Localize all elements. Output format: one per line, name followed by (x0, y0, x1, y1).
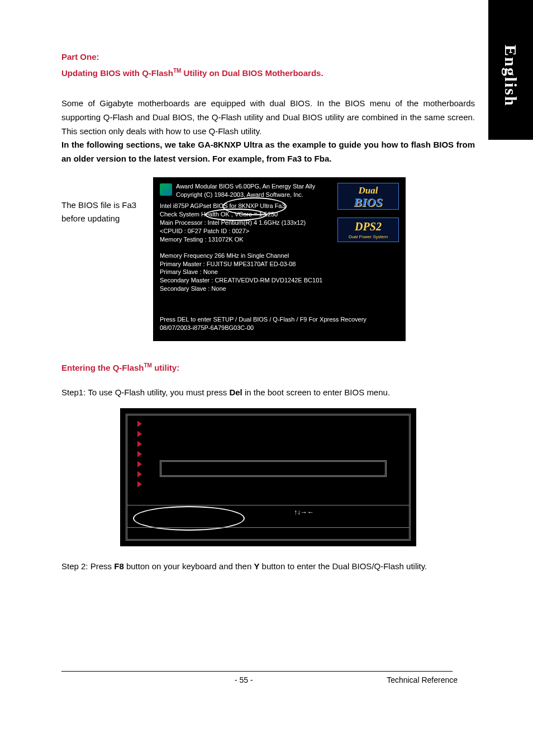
bios-line-13: Press DEL to enter SETUP / Dual BIOS / Q… (160, 315, 399, 324)
step1: Step1: To use Q-Flash utility, you must … (61, 386, 475, 399)
step2-mid: button on your keyboard and then (124, 561, 254, 571)
footer-divider (61, 671, 453, 672)
tm-symbol: TM (173, 68, 181, 74)
menu-marker-icon (137, 421, 142, 427)
step2-f8: F8 (114, 561, 124, 571)
step1-del: Del (229, 388, 242, 397)
bios-menu-screenshot: ↑↓→← (120, 408, 416, 546)
arrow-keys-hint: ↑↓→← (294, 508, 314, 516)
part-one-title: Updating BIOS with Q-FlashTM Utility on … (61, 65, 475, 82)
menu-marker-icon (137, 451, 142, 457)
energy-star-icon (160, 183, 172, 196)
bios-line-1: Award Modular BIOS v6.00PG, An Energy St… (176, 182, 315, 191)
intro-bold: In the following sections, we take GA-8K… (61, 140, 475, 163)
step2-y: Y (254, 561, 259, 571)
callout-ellipse-vcore (205, 209, 266, 221)
bios-line-9: Primary Master : FUJITSU MPE3170AT ED-03… (160, 260, 399, 268)
menu-marker-icon (137, 481, 142, 488)
bios-boot-screenshot: Award Modular BIOS v6.00PG, An Energy St… (153, 177, 406, 341)
bios-line-14: 08/07/2003-i875P-6A79BG03C-00 (160, 324, 399, 332)
dual-bios-logo: Dual BIOS (337, 183, 399, 210)
step1-pre: Step1: To use Q-Flash utility, you must … (61, 388, 229, 397)
dps-logo-l1: DPS2 (355, 219, 382, 234)
step1-post: in the boot screen to enter BIOS menu. (242, 388, 390, 397)
section2-post: utility: (152, 363, 179, 372)
section-entering-qflash: Entering the Q-FlashTM utility: (61, 362, 475, 372)
menu-marker-icon (137, 431, 142, 437)
bios-line-12: Secondary Slave : None (160, 285, 399, 293)
menu-items-column (137, 421, 142, 488)
bios-line-11: Secondary Master : CREATIVEDVD-RM DVD124… (160, 276, 399, 285)
title-post: Utility on Dual BIOS Motherboards. (181, 68, 323, 78)
footer-section-title: Technical Reference (387, 675, 458, 684)
part-one-label: Part One: (61, 49, 475, 65)
section2-pre: Entering the Q-Flash (61, 363, 144, 372)
menu-marker-icon (137, 441, 142, 447)
title-pre: Updating BIOS with Q-Flash (61, 68, 173, 78)
page-number: - 55 - (235, 675, 253, 684)
step2-pre: Step 2: Press (61, 561, 114, 571)
intro-paragraph: Some of Gigabyte motherboards are equipp… (61, 97, 475, 166)
step2: Step 2: Press F8 button on your keyboard… (61, 560, 475, 573)
menu-marker-icon (137, 471, 142, 478)
menu-marker-icon (137, 461, 142, 467)
menu-frame: ↑↓→← (126, 414, 411, 541)
dps-logo: DPS2 Dual Power System (337, 218, 399, 242)
bios-line-8: Memory Frequency 266 MHz in Single Chann… (160, 252, 399, 260)
step2-post: button to enter the Dual BIOS/Q-Flash ut… (259, 561, 427, 571)
page-content: Part One: Updating BIOS with Q-FlashTM U… (61, 49, 475, 573)
left-note: The BIOS file is Fa3 before updating (61, 177, 145, 225)
bios-row: The BIOS file is Fa3 before updating Awa… (61, 177, 475, 341)
intro-text: Some of Gigabyte motherboards are equipp… (61, 98, 475, 136)
menu-divider (127, 505, 409, 505)
tm-symbol-2: TM (144, 362, 152, 368)
language-tab-label: English (501, 45, 520, 107)
language-tab: English (488, 0, 533, 140)
dual-bios-logo-l2: BIOS (354, 197, 382, 207)
dps-logo-l2: Dual Power System (349, 234, 388, 240)
menu-divider-2 (127, 527, 409, 528)
bios-line-10: Primary Slave : None (160, 268, 399, 276)
menu-highlight-box (160, 460, 387, 477)
